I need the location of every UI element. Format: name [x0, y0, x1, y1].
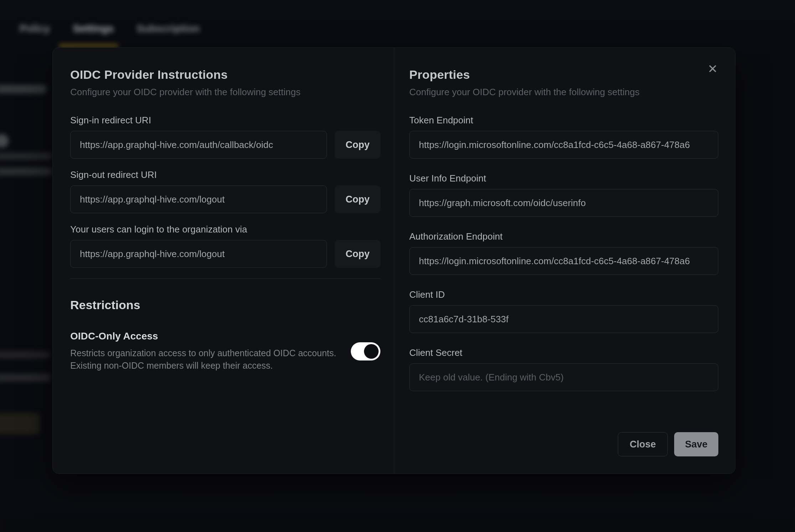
authorization-endpoint-field: Authorization Endpoint [409, 231, 718, 275]
oidc-only-access-row: OIDC-Only Access Restricts organization … [70, 331, 380, 372]
user-info-endpoint-label: User Info Endpoint [409, 173, 718, 184]
user-info-endpoint-field: User Info Endpoint [409, 173, 718, 217]
restrictions-title: Restrictions [70, 298, 380, 312]
authorization-endpoint-input[interactable] [409, 247, 718, 275]
active-tab-underline [59, 44, 118, 47]
client-secret-label: Client Secret [409, 347, 718, 358]
close-button[interactable]: Close [618, 432, 668, 456]
blurred-text-fragment [0, 374, 51, 382]
panel-subtitle: Configure your OIDC provider with the fo… [70, 87, 380, 98]
client-secret-field: Client Secret [409, 347, 718, 391]
organization-login-url-label: Your users can login to the organization… [70, 224, 380, 235]
token-endpoint-field: Token Endpoint [409, 115, 718, 159]
oidc-only-access-label: OIDC-Only Access [70, 331, 336, 342]
client-secret-input[interactable] [409, 363, 718, 391]
oidc-instructions-panel: OIDC Provider Instructions Configure you… [53, 48, 394, 474]
toggle-knob [364, 344, 379, 359]
authorization-endpoint-label: Authorization Endpoint [409, 231, 718, 242]
tab-subscription[interactable]: Subscription [137, 23, 200, 35]
user-info-endpoint-input[interactable] [409, 189, 718, 217]
background-tab-bar: Policy Settings Subscription [20, 23, 200, 35]
token-endpoint-label: Token Endpoint [409, 115, 718, 126]
oidc-only-access-description: Restricts organization access to only au… [70, 347, 336, 372]
oidc-settings-dialog: ✕ OIDC Provider Instructions Configure y… [52, 47, 735, 474]
tab-settings[interactable]: Settings [73, 23, 113, 35]
blurred-button-fragment [0, 413, 40, 434]
close-icon[interactable]: ✕ [704, 61, 721, 77]
properties-panel: Properties Configure your OIDC provider … [394, 48, 735, 474]
dialog-footer: Close Save [409, 432, 718, 456]
client-id-label: Client ID [409, 289, 718, 300]
panel-title: Properties [409, 68, 718, 82]
blurred-text-fragment [0, 153, 52, 160]
oidc-only-access-texts: OIDC-Only Access Restricts organization … [70, 331, 336, 372]
copy-button[interactable]: Copy [335, 131, 380, 159]
client-id-input[interactable] [409, 305, 718, 333]
sign-in-redirect-uri-label: Sign-in redirect URI [70, 115, 380, 126]
panel-title: OIDC Provider Instructions [70, 68, 380, 82]
sign-in-redirect-uri-input[interactable] [70, 131, 327, 159]
token-endpoint-input[interactable] [409, 131, 718, 159]
tab-policy[interactable]: Policy [20, 23, 50, 35]
blurred-text-fragment [0, 85, 46, 93]
background-bottom-band [0, 518, 795, 532]
sign-out-redirect-uri-input[interactable] [70, 185, 327, 213]
sign-out-redirect-uri-field: Sign-out redirect URI Copy [70, 169, 380, 213]
sign-out-redirect-uri-label: Sign-out redirect URI [70, 169, 380, 180]
blurred-avatar-fragment [0, 134, 9, 148]
oidc-only-access-toggle[interactable] [351, 342, 380, 360]
client-id-field: Client ID [409, 289, 718, 333]
organization-login-url-field: Your users can login to the organization… [70, 224, 380, 268]
copy-button[interactable]: Copy [335, 240, 380, 268]
save-button[interactable]: Save [674, 432, 718, 456]
copy-button[interactable]: Copy [335, 185, 380, 213]
organization-login-url-input[interactable] [70, 240, 327, 268]
panel-subtitle: Configure your OIDC provider with the fo… [409, 87, 718, 98]
blurred-text-fragment [0, 351, 50, 358]
section-divider [70, 278, 380, 279]
sign-in-redirect-uri-field: Sign-in redirect URI Copy [70, 115, 380, 159]
blurred-text-fragment [0, 168, 52, 175]
